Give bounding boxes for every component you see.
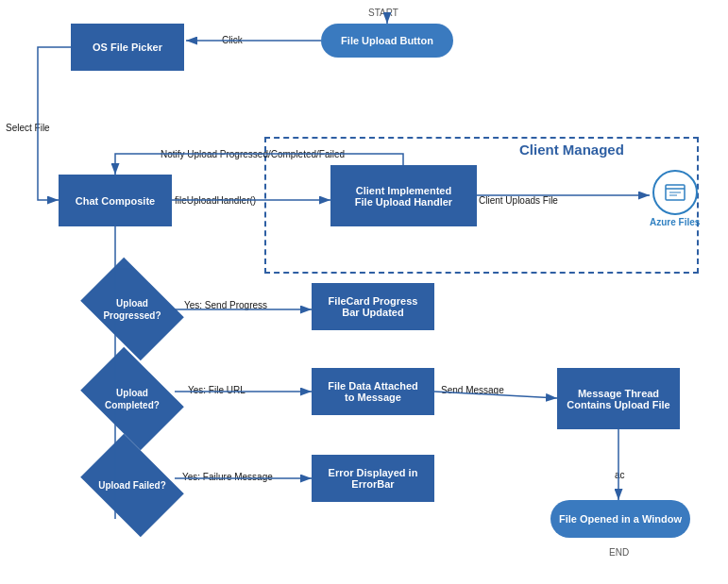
start-label: START (368, 8, 398, 18)
end-label: END (609, 547, 629, 558)
azure-circle (652, 170, 698, 215)
azure-svg (662, 179, 688, 206)
yes-failure-label: Yes: Failure Message (182, 472, 273, 482)
upload-completed-label: Upload Completed? (90, 387, 175, 411)
send-message-label: Send Message (441, 385, 504, 395)
os-file-picker-label: OS File Picker (93, 42, 162, 53)
file-upload-handler-label: fileUploadHandler() (175, 195, 256, 206)
upload-progressed-node: Upload Progressed? (90, 278, 175, 340)
select-file-label: Select File (6, 123, 50, 133)
client-managed-label: Client Managed (519, 142, 624, 158)
error-displayed-label: Error Displayed in ErrorBar (329, 467, 418, 490)
upload-progressed-label: Upload Progressed? (90, 297, 175, 322)
message-thread-node: Message Thread Contains Upload File (557, 368, 680, 429)
click-label: Click (222, 35, 243, 45)
os-file-picker-node: OS File Picker (71, 24, 184, 71)
yes-file-url-label: Yes: File URL (188, 385, 245, 395)
filecard-progress-label: FileCard Progress Bar Updated (329, 295, 418, 318)
upload-completed-node: Upload Completed? (90, 368, 175, 429)
chat-composite-node: Chat Composite (59, 175, 172, 226)
yes-send-progress-label: Yes: Send Progress (184, 300, 267, 310)
file-opened-label: File Opened in a Window (559, 513, 682, 525)
ac-label: ac (615, 470, 625, 480)
client-implemented-node: Client Implemented File Upload Handler (330, 165, 477, 226)
azure-files-icon: Azure Files (650, 170, 700, 227)
upload-failed-label: Upload Failed? (98, 479, 166, 492)
client-uploads-label: Client Uploads File (479, 195, 558, 206)
file-upload-button-node: File Upload Button (321, 24, 453, 58)
chat-composite-label: Chat Composite (76, 195, 155, 207)
error-displayed-node: Error Displayed in ErrorBar (312, 455, 434, 502)
file-data-attached-node: File Data Attached to Message (312, 368, 434, 415)
file-data-attached-label: File Data Attached to Message (328, 380, 418, 403)
upload-failed-node: Upload Failed? (90, 455, 175, 516)
filecard-progress-node: FileCard Progress Bar Updated (312, 283, 434, 330)
message-thread-label: Message Thread Contains Upload File (567, 388, 669, 410)
notify-label: Notify Upload Progressed/Completed/Faile… (161, 149, 345, 159)
file-opened-node: File Opened in a Window (550, 500, 690, 538)
diagram: Client Managed START File Upload Button … (0, 0, 728, 584)
azure-label: Azure Files (650, 217, 700, 227)
file-upload-button-label: File Upload Button (341, 35, 433, 46)
client-implemented-label: Client Implemented File Upload Handler (355, 185, 452, 208)
